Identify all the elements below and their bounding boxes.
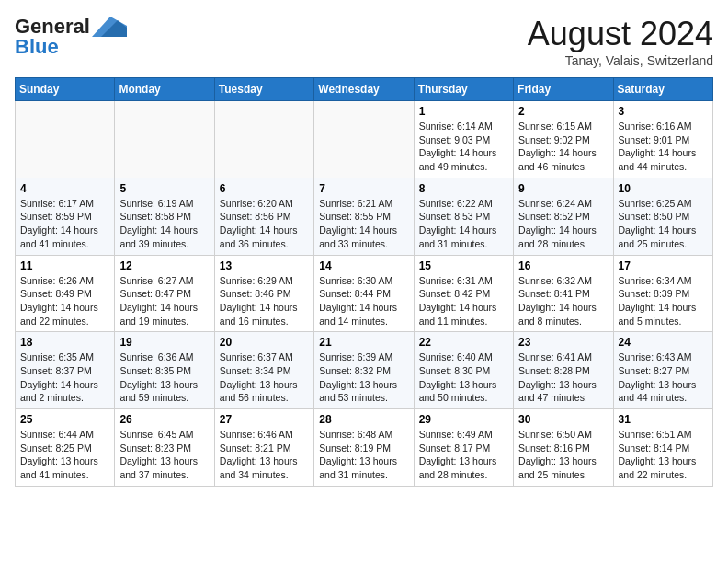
day-number: 12 (119, 259, 209, 272)
calendar-week-4: 18Sunrise: 6:35 AM Sunset: 8:37 PM Dayli… (16, 332, 713, 409)
calendar-cell: 23Sunrise: 6:41 AM Sunset: 8:28 PM Dayli… (514, 332, 613, 409)
calendar-cell (214, 101, 313, 178)
day-number: 26 (119, 413, 209, 426)
day-number: 31 (619, 413, 708, 426)
calendar-cell: 12Sunrise: 6:27 AM Sunset: 8:47 PM Dayli… (115, 255, 214, 332)
day-info: Sunrise: 6:41 AM Sunset: 8:28 PM Dayligh… (518, 350, 608, 405)
calendar-cell: 14Sunrise: 6:30 AM Sunset: 8:44 PM Dayli… (314, 255, 414, 332)
day-number: 6 (220, 182, 309, 195)
calendar-cell: 28Sunrise: 6:48 AM Sunset: 8:19 PM Dayli… (314, 409, 414, 487)
calendar-cell: 13Sunrise: 6:29 AM Sunset: 8:46 PM Dayli… (214, 255, 313, 332)
calendar-cell (115, 101, 214, 178)
day-info: Sunrise: 6:36 AM Sunset: 8:35 PM Dayligh… (119, 350, 209, 405)
calendar-cell: 20Sunrise: 6:37 AM Sunset: 8:34 PM Dayli… (214, 332, 313, 409)
calendar-table: SundayMondayTuesdayWednesdayThursdayFrid… (15, 77, 713, 487)
header: General Blue August 2024 Tanay, Valais, … (15, 15, 713, 68)
calendar-cell: 29Sunrise: 6:49 AM Sunset: 8:17 PM Dayli… (414, 409, 513, 487)
calendar-cell: 1Sunrise: 6:14 AM Sunset: 9:03 PM Daylig… (414, 101, 513, 178)
day-number: 11 (20, 259, 109, 272)
day-info: Sunrise: 6:15 AM Sunset: 9:02 PM Dayligh… (518, 120, 608, 174)
calendar-cell: 3Sunrise: 6:16 AM Sunset: 9:01 PM Daylig… (613, 101, 712, 178)
day-info: Sunrise: 6:43 AM Sunset: 8:27 PM Dayligh… (619, 350, 708, 405)
day-number: 30 (518, 413, 608, 426)
calendar-cell: 27Sunrise: 6:46 AM Sunset: 8:21 PM Dayli… (214, 409, 313, 487)
day-number: 16 (518, 259, 608, 272)
calendar-cell: 10Sunrise: 6:25 AM Sunset: 8:50 PM Dayli… (613, 178, 712, 255)
calendar-cell: 30Sunrise: 6:50 AM Sunset: 8:16 PM Dayli… (514, 409, 613, 487)
logo-blue: Blue (15, 35, 59, 59)
day-number: 29 (419, 413, 508, 426)
weekday-header-monday: Monday (115, 78, 214, 101)
day-number: 4 (20, 182, 109, 195)
day-info: Sunrise: 6:48 AM Sunset: 8:19 PM Dayligh… (319, 428, 408, 482)
day-number: 2 (518, 105, 608, 118)
day-info: Sunrise: 6:19 AM Sunset: 8:58 PM Dayligh… (119, 197, 209, 251)
day-info: Sunrise: 6:32 AM Sunset: 8:41 PM Dayligh… (518, 274, 608, 328)
day-number: 25 (20, 413, 109, 426)
day-number: 7 (319, 182, 408, 195)
day-number: 3 (619, 105, 708, 118)
calendar-cell: 4Sunrise: 6:17 AM Sunset: 8:59 PM Daylig… (16, 178, 115, 255)
calendar-week-2: 4Sunrise: 6:17 AM Sunset: 8:59 PM Daylig… (16, 178, 713, 255)
day-info: Sunrise: 6:16 AM Sunset: 9:01 PM Dayligh… (619, 120, 708, 174)
day-number: 21 (319, 336, 408, 349)
weekday-header-sunday: Sunday (16, 78, 115, 101)
day-info: Sunrise: 6:17 AM Sunset: 8:59 PM Dayligh… (20, 197, 109, 251)
weekday-header-row: SundayMondayTuesdayWednesdayThursdayFrid… (16, 78, 713, 101)
day-number: 13 (220, 259, 309, 272)
calendar-cell: 7Sunrise: 6:21 AM Sunset: 8:55 PM Daylig… (314, 178, 414, 255)
calendar-cell: 5Sunrise: 6:19 AM Sunset: 8:58 PM Daylig… (115, 178, 214, 255)
weekday-header-friday: Friday (514, 78, 613, 101)
day-number: 9 (518, 182, 608, 195)
day-info: Sunrise: 6:46 AM Sunset: 8:21 PM Dayligh… (220, 428, 309, 482)
weekday-header-saturday: Saturday (613, 78, 712, 101)
weekday-header-tuesday: Tuesday (214, 78, 313, 101)
day-info: Sunrise: 6:50 AM Sunset: 8:16 PM Dayligh… (518, 428, 608, 482)
calendar-week-1: 1Sunrise: 6:14 AM Sunset: 9:03 PM Daylig… (16, 101, 713, 178)
title-area: August 2024 Tanay, Valais, Switzerland (528, 15, 713, 68)
calendar-cell (314, 101, 414, 178)
calendar-cell: 8Sunrise: 6:22 AM Sunset: 8:53 PM Daylig… (414, 178, 513, 255)
calendar-cell: 22Sunrise: 6:40 AM Sunset: 8:30 PM Dayli… (414, 332, 513, 409)
weekday-header-wednesday: Wednesday (314, 78, 414, 101)
calendar-cell: 21Sunrise: 6:39 AM Sunset: 8:32 PM Dayli… (314, 332, 414, 409)
calendar-cell: 2Sunrise: 6:15 AM Sunset: 9:02 PM Daylig… (514, 101, 613, 178)
day-info: Sunrise: 6:27 AM Sunset: 8:47 PM Dayligh… (119, 274, 209, 328)
calendar-cell: 17Sunrise: 6:34 AM Sunset: 8:39 PM Dayli… (613, 255, 712, 332)
day-info: Sunrise: 6:20 AM Sunset: 8:56 PM Dayligh… (220, 197, 309, 251)
calendar-cell: 25Sunrise: 6:44 AM Sunset: 8:25 PM Dayli… (16, 409, 115, 487)
day-info: Sunrise: 6:49 AM Sunset: 8:17 PM Dayligh… (419, 428, 508, 482)
day-info: Sunrise: 6:21 AM Sunset: 8:55 PM Dayligh… (319, 197, 408, 251)
calendar-week-5: 25Sunrise: 6:44 AM Sunset: 8:25 PM Dayli… (16, 409, 713, 487)
day-info: Sunrise: 6:14 AM Sunset: 9:03 PM Dayligh… (419, 120, 508, 174)
day-info: Sunrise: 6:39 AM Sunset: 8:32 PM Dayligh… (319, 350, 408, 405)
day-number: 23 (518, 336, 608, 349)
calendar-body: 1Sunrise: 6:14 AM Sunset: 9:03 PM Daylig… (16, 101, 713, 487)
day-number: 8 (419, 182, 508, 195)
day-number: 14 (319, 259, 408, 272)
day-number: 10 (619, 182, 708, 195)
day-number: 18 (20, 336, 109, 349)
day-number: 24 (619, 336, 708, 349)
calendar-cell: 11Sunrise: 6:26 AM Sunset: 8:49 PM Dayli… (16, 255, 115, 332)
day-number: 5 (119, 182, 209, 195)
calendar-cell: 26Sunrise: 6:45 AM Sunset: 8:23 PM Dayli… (115, 409, 214, 487)
weekday-header-thursday: Thursday (414, 78, 513, 101)
calendar-cell: 9Sunrise: 6:24 AM Sunset: 8:52 PM Daylig… (514, 178, 613, 255)
day-info: Sunrise: 6:22 AM Sunset: 8:53 PM Dayligh… (419, 197, 508, 251)
day-number: 20 (220, 336, 309, 349)
calendar-header: SundayMondayTuesdayWednesdayThursdayFrid… (16, 78, 713, 101)
calendar-cell: 6Sunrise: 6:20 AM Sunset: 8:56 PM Daylig… (214, 178, 313, 255)
day-number: 19 (119, 336, 209, 349)
calendar-cell: 31Sunrise: 6:51 AM Sunset: 8:14 PM Dayli… (613, 409, 712, 487)
day-info: Sunrise: 6:44 AM Sunset: 8:25 PM Dayligh… (20, 428, 109, 482)
calendar-week-3: 11Sunrise: 6:26 AM Sunset: 8:49 PM Dayli… (16, 255, 713, 332)
day-info: Sunrise: 6:34 AM Sunset: 8:39 PM Dayligh… (619, 274, 708, 328)
day-info: Sunrise: 6:51 AM Sunset: 8:14 PM Dayligh… (619, 428, 708, 482)
day-info: Sunrise: 6:31 AM Sunset: 8:42 PM Dayligh… (419, 274, 508, 328)
day-info: Sunrise: 6:40 AM Sunset: 8:30 PM Dayligh… (419, 350, 508, 405)
day-info: Sunrise: 6:45 AM Sunset: 8:23 PM Dayligh… (119, 428, 209, 482)
day-info: Sunrise: 6:25 AM Sunset: 8:50 PM Dayligh… (619, 197, 708, 251)
calendar-cell: 15Sunrise: 6:31 AM Sunset: 8:42 PM Dayli… (414, 255, 513, 332)
day-info: Sunrise: 6:26 AM Sunset: 8:49 PM Dayligh… (20, 274, 109, 328)
